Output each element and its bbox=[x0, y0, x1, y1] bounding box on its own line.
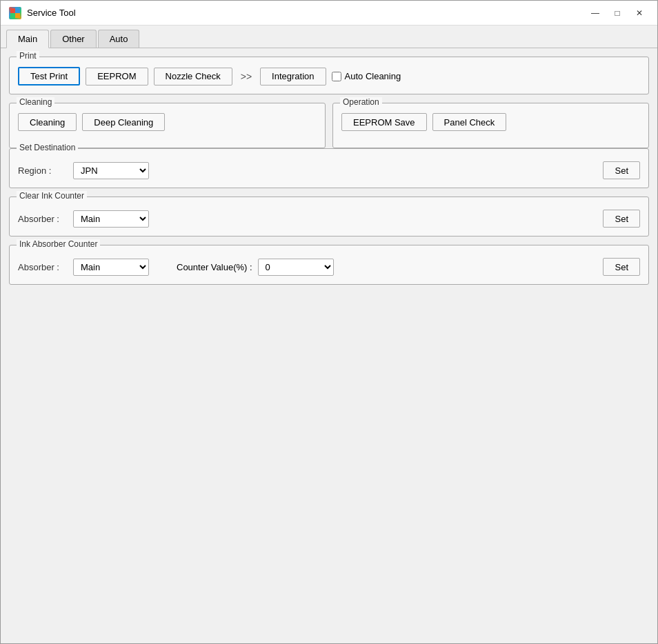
cleaning-group: Cleaning Cleaning Deep Cleaning bbox=[9, 103, 326, 148]
operation-group-label: Operation bbox=[340, 97, 382, 107]
tab-main[interactable]: Main bbox=[6, 30, 49, 48]
tab-other[interactable]: Other bbox=[50, 30, 97, 48]
svg-rect-3 bbox=[15, 13, 20, 18]
cleaning-buttons-row: Cleaning Deep Cleaning bbox=[18, 113, 317, 131]
title-bar-left: Service Tool bbox=[9, 7, 76, 19]
set-destination-label: Set Destination bbox=[17, 143, 78, 152]
absorber-select-1[interactable]: Main Border All bbox=[73, 210, 149, 228]
clear-ink-counter-group: Clear Ink Counter Absorber : Main Border… bbox=[9, 197, 649, 237]
clear-ink-set-btn-wrap: Set bbox=[603, 210, 640, 228]
set-destination-btn-wrap: Set bbox=[603, 161, 640, 179]
close-button[interactable]: ✕ bbox=[630, 6, 649, 21]
panel-check-button[interactable]: Panel Check bbox=[432, 113, 507, 131]
minimize-button[interactable]: — bbox=[586, 6, 605, 21]
test-print-button[interactable]: Test Print bbox=[18, 67, 80, 85]
tab-bar: Main Other Auto bbox=[1, 26, 657, 48]
absorber-row-2: Absorber : Main Border All Counter Value… bbox=[18, 258, 640, 276]
svg-rect-1 bbox=[15, 8, 20, 13]
absorber-label-1: Absorber : bbox=[18, 214, 73, 224]
ink-absorber-set-button[interactable]: Set bbox=[603, 258, 640, 276]
window-title: Service Tool bbox=[27, 8, 76, 18]
arrow-icon: >> bbox=[238, 71, 255, 82]
cleaning-group-label: Cleaning bbox=[17, 97, 54, 107]
eeprom-button[interactable]: EEPROM bbox=[86, 68, 148, 85]
app-icon bbox=[9, 7, 21, 19]
region-label: Region : bbox=[18, 165, 73, 176]
auto-cleaning-label: Auto Cleaning bbox=[345, 71, 401, 81]
operation-col: Operation EEPROM Save Panel Check bbox=[332, 103, 649, 148]
set-destination-button[interactable]: Set bbox=[603, 161, 640, 179]
maximize-button[interactable]: □ bbox=[608, 6, 627, 21]
counter-value-wrap: Counter Value(%) : 0 10 20 30 50 75 100 bbox=[177, 259, 334, 276]
set-destination-group: Set Destination Region : JPN USA EUR AUS… bbox=[9, 148, 649, 188]
auto-cleaning-wrap: Auto Cleaning bbox=[332, 71, 401, 81]
nozzle-check-button[interactable]: Nozzle Check bbox=[154, 68, 232, 85]
eeprom-save-button[interactable]: EEPROM Save bbox=[341, 113, 427, 131]
tab-auto[interactable]: Auto bbox=[98, 30, 140, 48]
absorber-label-2: Absorber : bbox=[18, 262, 73, 272]
cleaning-col: Cleaning Cleaning Deep Cleaning bbox=[9, 103, 326, 148]
svg-rect-2 bbox=[10, 13, 15, 18]
absorber-row-1: Absorber : Main Border All Set bbox=[18, 210, 640, 228]
counter-value-select[interactable]: 0 10 20 30 50 75 100 bbox=[258, 259, 334, 276]
counter-value-label: Counter Value(%) : bbox=[177, 262, 252, 272]
operation-group: Operation EEPROM Save Panel Check bbox=[332, 103, 649, 148]
deep-cleaning-button[interactable]: Deep Cleaning bbox=[82, 113, 165, 131]
main-content: Print Test Print EEPROM Nozzle Check >> … bbox=[1, 48, 657, 643]
region-select[interactable]: JPN USA EUR AUS bbox=[73, 162, 149, 179]
auto-cleaning-checkbox[interactable] bbox=[332, 72, 341, 81]
print-group: Print Test Print EEPROM Nozzle Check >> … bbox=[9, 57, 649, 94]
clear-ink-set-button[interactable]: Set bbox=[603, 210, 640, 228]
ink-absorber-counter-group: Ink Absorber Counter Absorber : Main Bor… bbox=[9, 245, 649, 285]
cleaning-button[interactable]: Cleaning bbox=[18, 113, 77, 131]
print-row: Test Print EEPROM Nozzle Check >> Integr… bbox=[18, 67, 640, 85]
window-controls: — □ ✕ bbox=[586, 6, 649, 21]
cleaning-operation-row: Cleaning Cleaning Deep Cleaning Operatio… bbox=[9, 103, 649, 148]
integration-button[interactable]: Integration bbox=[260, 68, 326, 85]
main-window: Service Tool — □ ✕ Main Other Auto Print… bbox=[0, 0, 658, 644]
clear-ink-counter-label: Clear Ink Counter bbox=[17, 191, 87, 201]
svg-rect-0 bbox=[10, 8, 15, 13]
operation-buttons-row: EEPROM Save Panel Check bbox=[341, 113, 640, 131]
destination-row: Region : JPN USA EUR AUS Set bbox=[18, 161, 640, 179]
print-group-label: Print bbox=[17, 51, 39, 61]
title-bar: Service Tool — □ ✕ bbox=[1, 1, 657, 26]
ink-absorber-set-btn-wrap: Set bbox=[603, 258, 640, 276]
ink-absorber-counter-label: Ink Absorber Counter bbox=[17, 239, 100, 249]
absorber-select-2[interactable]: Main Border All bbox=[73, 259, 149, 276]
